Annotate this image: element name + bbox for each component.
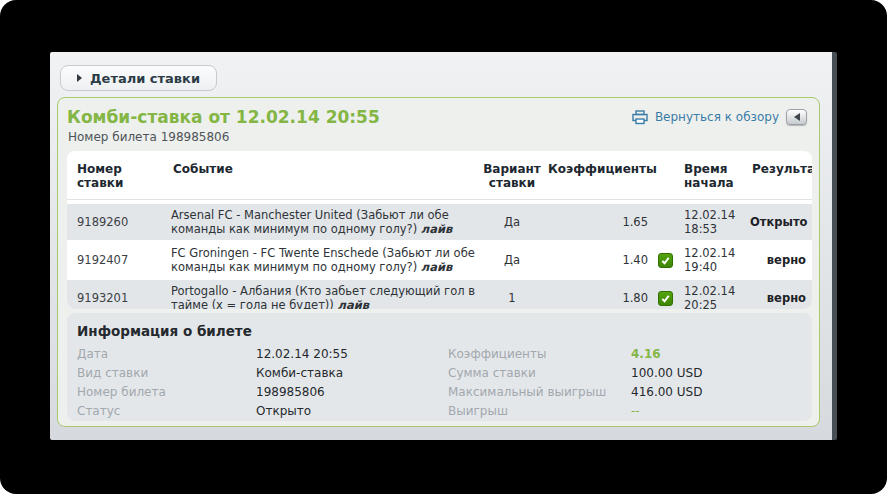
live-badge: лайв [421, 260, 453, 274]
triangle-right-icon [77, 74, 82, 82]
result-cell: верно [750, 253, 812, 267]
variant-cell: Да [478, 253, 546, 267]
bet-details-tab[interactable]: Детали ставки [60, 65, 217, 91]
result-cell: верно [750, 291, 812, 305]
start-time: 20:25 [684, 298, 750, 309]
info-value-stake: 100.00 USD [631, 366, 802, 380]
table-row: 9192407 FC Groningen - FC Twente Ensched… [67, 242, 812, 278]
header-spacer [650, 162, 680, 190]
live-badge: лайв [421, 222, 453, 236]
ticket-info-columns: Дата 12.02.14 20:55 Вид ставки Комби-ста… [77, 347, 802, 418]
bets-table-header: Номер ставки Событие Вариант ставки Коэф… [67, 151, 812, 200]
variant-cell: 1 [478, 291, 546, 305]
event-cell: FC Groningen - FC Twente Enschede (Забью… [171, 246, 478, 274]
header-odds: Коэффициенты [546, 162, 650, 190]
info-label-max-win: Максимальный выигрыш [448, 385, 631, 399]
info-label-winnings: Выигрыш [448, 404, 631, 418]
start-date: 12.02.14 [684, 284, 750, 298]
info-value-date: 12.02.14 20:55 [256, 347, 448, 361]
odds-cell: 1.40 [546, 253, 650, 267]
ticket-number-line: Номер билета 198985806 [68, 130, 229, 144]
info-label-status: Статус [77, 404, 256, 418]
start-time-cell: 12.02.14 18:53 [680, 208, 750, 236]
main-panel: Детали ставки Комби-ставка от 12.02.14 2… [50, 52, 837, 440]
start-date: 12.02.14 [684, 208, 750, 222]
black-frame: Детали ставки Комби-ставка от 12.02.14 2… [0, 0, 887, 494]
start-time: 18:53 [684, 222, 750, 236]
back-button[interactable] [786, 109, 807, 125]
start-time: 19:40 [684, 260, 750, 274]
green-check-icon [658, 291, 673, 306]
table-row: 9189260 Arsenal FC - Manchester United (… [67, 204, 812, 240]
header-start-time: Время начала [680, 162, 750, 190]
header-event: Событие [171, 162, 478, 190]
info-value-max-win: 416.00 USD [631, 385, 802, 399]
result-cell: Открыто [750, 215, 812, 229]
variant-cell: Да [478, 215, 546, 229]
info-value-ticket-number: 198985806 [256, 385, 448, 399]
bet-details-tab-label: Детали ставки [90, 71, 200, 86]
bet-detail-card: Комби-ставка от 12.02.14 20:55 Номер бил… [57, 97, 820, 427]
bets-table: Номер ставки Событие Вариант ставки Коэф… [67, 151, 812, 309]
start-date: 12.02.14 [684, 246, 750, 260]
header-variant: Вариант ставки [478, 162, 546, 190]
start-time-cell: 12.02.14 19:40 [680, 246, 750, 274]
info-label-ticket-number: Номер билета [77, 385, 256, 399]
live-badge: лайв [338, 298, 370, 309]
back-to-overview-row: Вернуться к обзору [632, 109, 807, 125]
event-text: Arsenal FC - Manchester United (Забьют л… [171, 208, 449, 236]
event-text: Portogallo - Албания (Кто забьет следующ… [171, 284, 475, 309]
info-value-bet-type: Комби-ставка [256, 366, 448, 380]
ticket-info-box: Информация о билете Дата 12.02.14 20:55 … [67, 313, 812, 421]
start-time-cell: 12.02.14 20:25 [680, 284, 750, 309]
odds-cell: 1.65 [546, 215, 650, 229]
info-label-stake: Сумма ставки [448, 366, 631, 380]
arrow-left-icon [794, 113, 800, 121]
ticket-info-left: Дата 12.02.14 20:55 Вид ставки Комби-ста… [77, 347, 448, 418]
info-label-odds: Коэффициенты [448, 347, 631, 361]
info-value-odds: 4.16 [631, 347, 802, 361]
bet-number-cell: 9189260 [67, 215, 171, 229]
info-label-date: Дата [77, 347, 256, 361]
event-cell: Portogallo - Албания (Кто забьет следующ… [171, 284, 478, 309]
back-to-overview-link[interactable]: Вернуться к обзору [655, 110, 779, 124]
header-bet-number: Номер ставки [67, 162, 171, 190]
info-value-winnings: -- [631, 404, 802, 418]
info-label-bet-type: Вид ставки [77, 366, 256, 380]
printer-icon[interactable] [632, 110, 648, 125]
event-cell: Arsenal FC - Manchester United (Забьют л… [171, 208, 478, 236]
ticket-info-title: Информация о билете [77, 321, 802, 347]
bet-number-cell: 9193201 [67, 291, 171, 305]
check-cell [650, 291, 680, 306]
ticket-info-right: Коэффициенты 4.16 Сумма ставки 100.00 US… [448, 347, 802, 418]
green-check-icon [658, 253, 673, 268]
odds-cell: 1.80 [546, 291, 650, 305]
combi-bet-title: Комби-ставка от 12.02.14 20:55 [67, 107, 380, 127]
header-result: Результат [750, 162, 812, 190]
check-cell [650, 253, 680, 268]
bet-number-cell: 9192407 [67, 253, 171, 267]
bets-table-body: 9189260 Arsenal FC - Manchester United (… [67, 200, 812, 309]
screenshot-stage: Детали ставки Комби-ставка от 12.02.14 2… [0, 0, 887, 494]
info-value-status: Открыто [256, 404, 448, 418]
table-row: 9193201 Portogallo - Албания (Кто забьет… [67, 280, 812, 309]
